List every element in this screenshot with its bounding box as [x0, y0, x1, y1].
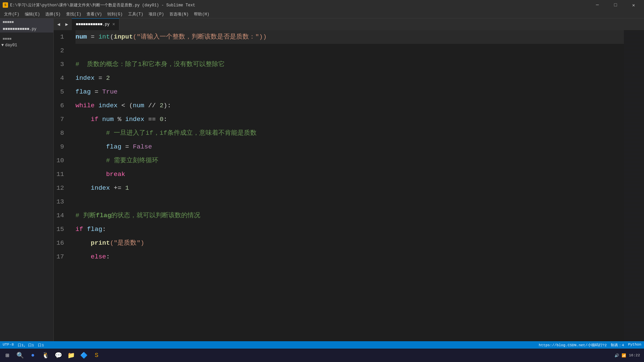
code-token: True — [102, 85, 118, 99]
sidebar: ■■■■■ ■■■■■■■■■■■.py ■■■■ ▼ day01 — [0, 18, 54, 341]
code-line-10: # 需要立刻终循环 — [75, 154, 624, 168]
taskbar: ⊞ 🔍 ● 🐧 💬 📁 🔷 S 🔊 📶 16:22 — [0, 349, 644, 362]
code-token: flag — [75, 85, 91, 99]
taskbar-search[interactable]: 🔍 — [14, 349, 26, 361]
menu-help[interactable]: 帮助(H) — [191, 10, 212, 18]
line-num-11: 11 — [54, 168, 68, 181]
code-token — [95, 99, 98, 113]
menu-project[interactable]: 项目(P) — [146, 10, 167, 18]
code-token: flag — [96, 209, 111, 223]
menu-preferences[interactable]: 首选项(N) — [167, 10, 192, 18]
minimap-content — [624, 30, 644, 341]
menu-file[interactable]: 文件(F) — [1, 10, 22, 18]
code-token: if — [91, 113, 99, 126]
code-token — [75, 236, 91, 250]
tab-bar: ◀ ▶ ■■■■■■■■■■■.py × — [54, 18, 644, 30]
code-line-12: index += 1 — [75, 181, 624, 195]
code-token: index — [91, 181, 110, 195]
menu-tools[interactable]: 工具(T) — [125, 10, 146, 18]
line-num-7: 7 — [54, 113, 68, 126]
code-token — [75, 181, 91, 195]
code-line-7: if num % index == 0 : — [75, 113, 624, 126]
tab-close-button[interactable]: × — [112, 22, 115, 27]
status-selection: 口1 — [38, 343, 44, 348]
code-token: % — [114, 113, 125, 126]
taskbar-sublime[interactable]: S — [91, 349, 103, 361]
code-token: ): — [163, 99, 171, 113]
line-num-10: 10 — [54, 154, 68, 168]
code-token: if — [75, 223, 83, 236]
line-num-1: 1 — [54, 30, 68, 44]
code-token: print — [91, 236, 110, 250]
taskbar-start[interactable]: ⊞ — [1, 349, 13, 361]
code-token: input — [114, 30, 133, 44]
menu-goto[interactable]: 转到(G) — [105, 10, 125, 18]
code-token: ("是质数") — [110, 236, 145, 250]
close-button[interactable]: ✕ — [626, 0, 641, 10]
code-token: # 判断 — [75, 209, 96, 223]
status-url: https://blog.CSDN.net/小猫码行?2 — [539, 343, 606, 348]
line-num-5: 5 — [54, 85, 68, 99]
code-token: = — [91, 85, 102, 99]
tray-icons: 🔊 📶 — [614, 353, 626, 358]
code-token: num — [133, 99, 144, 113]
nav-forward-button[interactable]: ▶ — [63, 21, 70, 28]
code-token: 0 — [160, 113, 163, 126]
taskbar-app2[interactable]: 🐧 — [40, 349, 52, 361]
code-line-6: while index < ( num // 2 ): — [75, 99, 624, 113]
code-token: flag — [106, 140, 121, 154]
status-encoding: UTF-8 — [3, 343, 14, 348]
menu-select[interactable]: 选择(S) — [43, 10, 63, 18]
status-tab-size: 制表：4 — [611, 343, 624, 348]
time-display: 16:22 — [629, 353, 640, 357]
code-token: = — [121, 140, 133, 154]
code-line-16: print ("是质数") — [75, 236, 624, 250]
code-line-15: if flag : — [75, 223, 624, 236]
menu-view[interactable]: 查看(V) — [84, 10, 105, 18]
code-line-14: # 判断 flag 的状态，就可以判断该数的情况 — [75, 209, 624, 223]
editor[interactable]: 1 2 3 4 5 6 7 8 9 10 11 12 13 14 15 16 1… — [54, 30, 644, 341]
line-num-3: 3 — [54, 58, 68, 71]
code-token: while — [75, 99, 95, 113]
code-token: index — [98, 99, 117, 113]
code-token: index — [75, 71, 95, 85]
sidebar-folder-label: day01 — [5, 43, 17, 48]
menu-edit[interactable]: 编辑(E) — [22, 10, 43, 18]
menu-bar: 文件(F) 编辑(E) 选择(S) 查找(I) 查看(V) 转到(G) 工具(T… — [0, 10, 644, 18]
sidebar-folder-day01[interactable]: ▼ day01 — [0, 42, 53, 49]
code-token: = — [95, 71, 106, 85]
app-icon: S — [3, 2, 8, 8]
taskbar-files[interactable]: 📁 — [65, 349, 77, 361]
menu-find[interactable]: 查找(I) — [63, 10, 84, 18]
code-token: else — [91, 250, 106, 264]
code-token: index — [125, 113, 144, 126]
title-bar: S E:\学习\云计算\python\课件\新建文件夹\判断一个数是否是质数.p… — [0, 0, 644, 10]
line-num-9: 9 — [54, 140, 68, 154]
sidebar-item-root: ■■■■ — [0, 36, 53, 42]
code-line-9: flag = False — [75, 140, 624, 154]
code-line-17: else : — [75, 250, 624, 264]
code-token: 2 — [160, 99, 163, 113]
code-token: False — [133, 140, 152, 154]
tab-active[interactable]: ■■■■■■■■■■■.py × — [72, 18, 119, 30]
line-num-12: 12 — [54, 181, 68, 195]
code-line-1: num = int ( input ("请输入一个整数，判断该数是否是质数：")… — [75, 30, 624, 44]
minimap — [624, 30, 644, 341]
taskbar-app5[interactable]: 🔷 — [78, 349, 90, 361]
taskbar-wechat[interactable]: 💬 — [52, 349, 64, 361]
clock-time: 16:22 — [629, 353, 640, 357]
nav-back-button[interactable]: ◀ — [55, 21, 62, 28]
line-num-14: 14 — [54, 209, 68, 223]
line-num-15: 15 — [54, 223, 68, 236]
code-token: : — [102, 223, 106, 236]
code-token: // — [144, 99, 160, 113]
status-language: Python — [628, 343, 641, 348]
code-content[interactable]: num = int ( input ("请输入一个整数，判断该数是否是质数：")… — [72, 30, 624, 341]
minimize-button[interactable]: ─ — [590, 0, 605, 10]
taskbar-chrome[interactable]: ● — [27, 349, 39, 361]
line-num-13: 13 — [54, 195, 68, 209]
code-line-13 — [75, 195, 624, 209]
code-token: int — [98, 30, 110, 44]
maximize-button[interactable]: □ — [608, 0, 623, 10]
sidebar-item-file[interactable]: ■■■■■■■■■■■.py — [0, 26, 53, 33]
